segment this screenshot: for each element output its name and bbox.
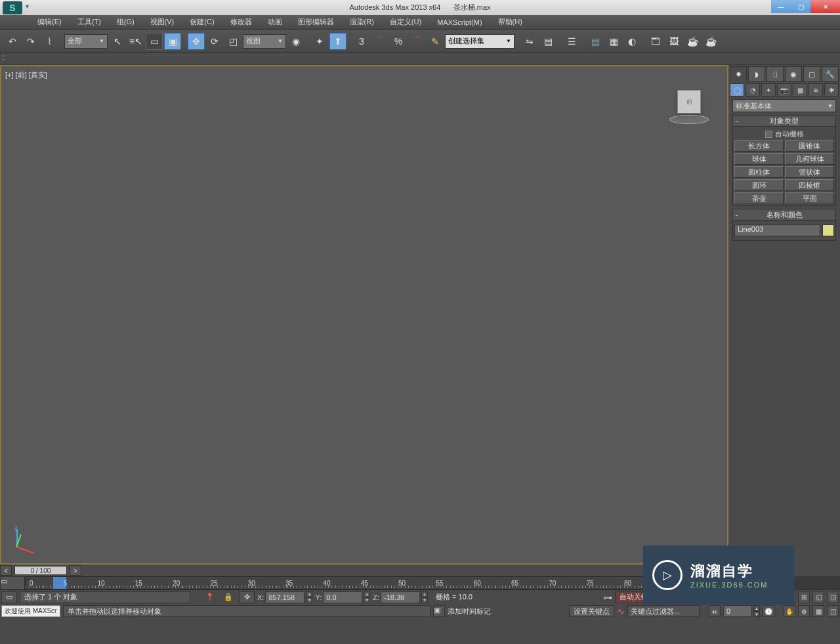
current-frame-input[interactable]: 0	[723, 605, 752, 617]
menu-group[interactable]: 组(G)	[109, 15, 142, 29]
field-of-view-icon[interactable]: ◲	[827, 591, 839, 603]
zoom-region-icon[interactable]: ◱	[812, 591, 824, 603]
shapes-subtab-icon[interactable]: ◔	[746, 83, 760, 97]
zoom-extents-all-icon[interactable]: ⊞	[798, 591, 810, 603]
helpers-subtab-icon[interactable]: ▦	[793, 83, 807, 97]
geometry-subtab-icon[interactable]: ◯	[730, 83, 744, 97]
rollout-name-color[interactable]: -名称和颜色	[732, 209, 836, 221]
menu-view[interactable]: 视图(V)	[142, 15, 182, 29]
render-setup-icon[interactable]: 🗔	[647, 33, 664, 50]
display-tab-icon[interactable]: ▢	[803, 66, 820, 82]
maxscript-mini-icon[interactable]: ▭	[1, 591, 17, 603]
menu-tools[interactable]: 工具(T)	[70, 15, 109, 29]
spinner-snap-icon[interactable]: ⌒	[408, 33, 425, 50]
keyboard-shortcut-icon[interactable]: ⬆	[329, 33, 346, 50]
plane-button[interactable]: 平面	[785, 192, 834, 204]
key-mode-icon[interactable]: ⏯	[709, 605, 721, 617]
tube-button[interactable]: 管状体	[785, 166, 834, 178]
modify-tab-icon[interactable]: ◗	[748, 66, 765, 82]
time-slider-handle[interactable]: 0 / 100	[14, 566, 67, 575]
lock-icon[interactable]: 🔒	[220, 591, 236, 603]
object-color-swatch[interactable]	[822, 225, 834, 236]
key-icon[interactable]: ⊶	[603, 592, 612, 603]
scale-icon[interactable]: ◰	[224, 33, 242, 50]
lights-subtab-icon[interactable]: ✦	[761, 83, 776, 97]
z-coord-input[interactable]: -18.38	[381, 591, 420, 603]
maxmin-viewport-icon[interactable]: ▦	[812, 605, 824, 617]
schematic-view-icon[interactable]: ▦	[605, 33, 622, 50]
window-crossing-icon[interactable]: ▣	[164, 33, 181, 50]
menu-animation[interactable]: 动画	[260, 15, 290, 29]
select-object-icon[interactable]: ↖	[109, 33, 126, 50]
viewport-label[interactable]: [+] [前] [真实]	[5, 70, 47, 80]
material-editor-icon[interactable]: ◐	[623, 33, 640, 50]
motion-tab-icon[interactable]: ◉	[785, 66, 802, 82]
rollout-object-type[interactable]: -对象类型	[732, 115, 836, 127]
systems-subtab-icon[interactable]: ✱	[824, 83, 839, 97]
layer-manager-icon[interactable]: ☰	[563, 33, 580, 50]
geosphere-button[interactable]: 几何球体	[785, 153, 834, 165]
maximize-button[interactable]: ▢	[791, 0, 810, 13]
use-pivot-center-icon[interactable]: ◉	[287, 33, 304, 50]
arc-rotate-icon[interactable]: ⊕	[798, 605, 810, 617]
select-region-rect-icon[interactable]: ▭	[146, 33, 163, 50]
rotate-icon[interactable]: ⟳	[206, 33, 223, 50]
render-iterative-icon[interactable]: ☕	[702, 33, 719, 50]
create-tab-icon[interactable]: ✹	[730, 66, 747, 82]
sphere-button[interactable]: 球体	[734, 153, 784, 165]
qat-dropdown-icon[interactable]: ▼	[24, 3, 33, 12]
link-icon[interactable]: ⌇	[41, 33, 58, 50]
select-by-name-icon[interactable]: ≡↖	[127, 33, 144, 50]
ref-coord-combo[interactable]: 视图▼	[243, 34, 286, 49]
time-slider-right-icon[interactable]: >	[70, 565, 81, 576]
add-time-tag[interactable]: 添加时间标记	[448, 607, 526, 616]
viewport-front[interactable]: [+] [前] [真实] 前 z	[0, 65, 728, 565]
percent-snap-icon[interactable]: %	[390, 33, 407, 50]
set-key-icon[interactable]: ∿	[617, 606, 625, 616]
menu-modifier[interactable]: 修改器	[222, 15, 260, 29]
trackbar-toggle-icon[interactable]: ▭	[0, 576, 25, 590]
spacewarps-subtab-icon[interactable]: ≋	[808, 83, 823, 97]
named-selection-combo[interactable]: 创建选择集▼	[445, 34, 514, 49]
key-filter-combo[interactable]: 关键点过滤器...	[627, 605, 700, 617]
selection-filter-combo[interactable]: 全部▼	[64, 34, 108, 49]
menu-create[interactable]: 创建(C)	[182, 15, 222, 29]
grip-icon[interactable]	[2, 55, 5, 63]
move-icon[interactable]: ✥	[188, 33, 205, 50]
menu-maxscript[interactable]: MAXScript(M)	[429, 15, 490, 29]
menu-edit[interactable]: 编辑(E)	[30, 15, 70, 29]
isolate-icon[interactable]: ▣	[433, 605, 445, 617]
mirror-icon[interactable]: ⇋	[521, 33, 538, 50]
x-coord-input[interactable]: 857.158	[265, 591, 304, 603]
edit-named-sel-icon[interactable]: ✎	[427, 33, 444, 50]
pan-icon[interactable]: ✋	[784, 605, 795, 617]
undo-icon[interactable]: ↶	[4, 33, 21, 50]
utilities-tab-icon[interactable]: 🔧	[822, 66, 839, 82]
curve-editor-icon[interactable]: ▤	[587, 33, 604, 50]
object-name-input[interactable]: Line003	[734, 225, 820, 236]
maxscript-listener[interactable]: 欢迎使用 MAXScr	[1, 605, 60, 617]
align-icon[interactable]: ▤	[539, 33, 556, 50]
menu-help[interactable]: 帮助(H)	[490, 15, 530, 29]
teapot-button[interactable]: 茶壶	[734, 192, 784, 204]
cone-button[interactable]: 圆锥体	[785, 140, 834, 152]
redo-icon[interactable]: ↷	[22, 33, 39, 50]
viewport-layout-icon[interactable]: ◫	[827, 605, 839, 617]
menu-customize[interactable]: 自定义(U)	[382, 15, 429, 29]
close-button[interactable]: ✕	[810, 0, 840, 13]
menu-grapheditor[interactable]: 图形编辑器	[290, 15, 342, 29]
time-slider-left-icon[interactable]: <	[0, 565, 12, 576]
absolute-transform-icon[interactable]: ✥	[239, 591, 255, 603]
lock-selection-pin-icon[interactable]: 📍	[202, 591, 218, 603]
y-coord-input[interactable]: 0.0	[323, 591, 362, 603]
render-production-icon[interactable]: ☕	[684, 33, 701, 50]
pyramid-button[interactable]: 四棱锥	[785, 179, 834, 191]
primitive-category-combo[interactable]: 标准基本体▼	[732, 99, 836, 112]
time-config-icon[interactable]: 🕓	[763, 605, 774, 617]
menu-render[interactable]: 渲染(R)	[342, 15, 382, 29]
minimize-button[interactable]: —	[771, 0, 791, 13]
snap-3-icon[interactable]: 3	[353, 33, 370, 50]
cameras-subtab-icon[interactable]: 📷	[777, 83, 791, 97]
app-icon[interactable]: S	[3, 1, 22, 14]
viewcube[interactable]: 前	[669, 90, 709, 129]
